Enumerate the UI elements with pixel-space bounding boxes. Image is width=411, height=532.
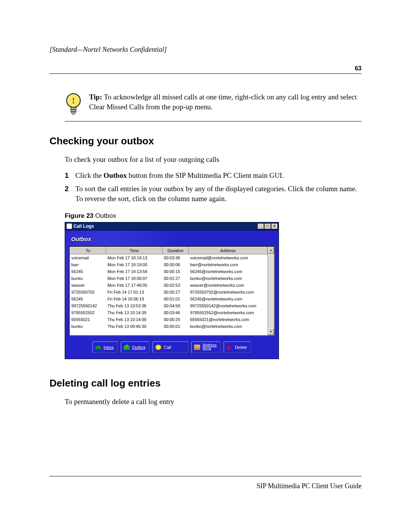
table-row[interactable]: 56245Mon Feb 17 18:13:5800:00:1556245@no… xyxy=(70,268,268,275)
table-row[interactable]: 9725550702Fri Feb 14 17:01:1300:05:27972… xyxy=(70,289,268,296)
cell-to: bunko xyxy=(70,323,106,330)
cell-to: 65555021 xyxy=(70,316,106,323)
cell-time: Thu Feb 13 10:53:36 xyxy=(106,302,162,309)
cell-to: voicemail xyxy=(70,254,106,261)
tip-block: ! Tip: To acknowledge all missed calls a… xyxy=(65,92,362,121)
cell-duration: 00:05:01 xyxy=(162,323,189,330)
tip-text: Tip: To acknowledge all missed calls at … xyxy=(89,92,362,112)
table-row[interactable]: bunkoMon Feb 17 18:06:0700:01:27bunko@no… xyxy=(70,275,268,282)
scrollbar[interactable]: ▴ ▾ xyxy=(268,247,274,335)
cell-time: Fri Feb 14 17:01:13 xyxy=(106,289,162,296)
figure-label: Figure 23 xyxy=(65,212,94,219)
cell-address: voicemail@nortelnetworks.com xyxy=(189,254,268,261)
cell-address: 56245@nortelnetworks.com xyxy=(189,268,268,275)
scroll-down-icon[interactable]: ▾ xyxy=(268,328,274,335)
table-row[interactable]: 56245Fri Feb 14 16:06:1900:01:0156245@no… xyxy=(70,296,268,302)
svg-rect-2 xyxy=(71,107,76,109)
cell-time: Fri Feb 14 16:06:19 xyxy=(106,296,162,302)
step-1: 1 Click the Outbox button from the SIP M… xyxy=(65,171,362,181)
cell-time: Mon Feb 17 18:13:58 xyxy=(106,268,162,275)
cell-time: Mon Feb 17 18:06:07 xyxy=(106,275,162,282)
inbox-button[interactable]: Inbox xyxy=(92,341,118,353)
maximize-button[interactable]: □ xyxy=(264,223,271,229)
heading-deleting: Deleting call log entries xyxy=(49,377,362,389)
table-row[interactable]: 99725550142Thu Feb 13 10:53:3600:04:5899… xyxy=(70,302,268,309)
col-address[interactable]: Address xyxy=(189,247,268,254)
cell-address: 65555021@nortelnetworks.com xyxy=(189,316,268,323)
step-number: 1 xyxy=(65,171,75,181)
addressbook-icon xyxy=(194,345,200,350)
heading-checking-outbox: Checking your outbox xyxy=(49,135,362,147)
cell-address: weaver@nortelnetworks.com xyxy=(189,282,268,289)
cell-time: Thu Feb 13 10:14:39 xyxy=(106,309,162,316)
cell-duration: 00:00:06 xyxy=(162,261,189,268)
cell-duration: 00:03:36 xyxy=(162,254,189,261)
button-label: Delete xyxy=(235,345,247,350)
figure-name: Outbox xyxy=(94,212,116,219)
col-duration[interactable]: Duration xyxy=(162,247,189,254)
titlebar[interactable]: Call Logs _ □ × xyxy=(65,222,279,230)
cell-to: bunko xyxy=(70,275,106,282)
cell-duration: 00:05:27 xyxy=(162,289,189,296)
cell-address: bunko@nortelnetworks.com xyxy=(189,323,268,330)
step-text: Click the xyxy=(75,171,104,179)
step-number: 2 xyxy=(65,184,75,203)
table-row[interactable]: barrMon Feb 17 18:18:0000:00:06barr@nort… xyxy=(70,261,268,268)
step-text: button from the SIP Multimedia PC Client… xyxy=(127,171,284,179)
minimize-button[interactable]: _ xyxy=(257,223,264,229)
table-row[interactable]: bunkoThu Feb 13 09:45:3000:05:01bunko@no… xyxy=(70,323,268,330)
scroll-up-icon[interactable]: ▴ xyxy=(268,247,274,254)
table-row[interactable]: weaverMon Feb 17 17:46:0500:02:53weaver@… xyxy=(70,282,268,289)
table-row[interactable]: 9785552552Thu Feb 13 10:14:3900:03:46978… xyxy=(70,309,268,316)
close-button[interactable]: × xyxy=(271,223,278,229)
col-to[interactable]: To xyxy=(70,247,106,254)
inbox-icon xyxy=(95,345,101,350)
tip-body: To acknowledge all missed calls at one t… xyxy=(89,93,357,111)
logs-table[interactable]: To Time Duration Address voicemailMon Fe… xyxy=(70,247,268,330)
cell-duration: 00:01:27 xyxy=(162,275,189,282)
footer-rule xyxy=(49,476,362,476)
deleting-intro: To permanently delete a call log entry xyxy=(65,397,362,407)
delete-button[interactable]: ✖ Delete xyxy=(223,341,252,353)
window-title: Call Logs xyxy=(73,224,94,229)
scroll-track[interactable] xyxy=(268,254,274,328)
cell-time: Thu Feb 13 09:45:30 xyxy=(106,323,162,330)
table-row[interactable]: voicemailMon Feb 17 18:18:1300:03:36voic… xyxy=(70,254,268,261)
delete-icon: ✖ xyxy=(226,345,233,350)
cell-time: Mon Feb 17 18:18:13 xyxy=(106,254,162,261)
cell-to: 56245 xyxy=(70,296,106,302)
svg-text:!: ! xyxy=(72,96,75,105)
footer-text: SIP Multimedia PC Client User Guide xyxy=(256,482,362,490)
figure-caption: Figure 23 Outbox xyxy=(65,212,362,220)
cell-duration: 00:04:58 xyxy=(162,302,189,309)
table-row[interactable]: 65555021Thu Feb 13 10:14:0000:00:2565555… xyxy=(70,316,268,323)
button-label: Call xyxy=(164,345,171,350)
cell-to: 99725550142 xyxy=(70,302,106,309)
step-2: 2 To sort the call entries in your outbo… xyxy=(65,184,362,203)
toolbar: Inbox Outbox Call Address Book xyxy=(69,341,275,353)
addressbook-button[interactable]: Address Book xyxy=(191,341,221,353)
cell-time: Mon Feb 17 17:46:05 xyxy=(106,282,162,289)
col-time[interactable]: Time xyxy=(106,247,162,254)
cell-duration: 00:02:53 xyxy=(162,282,189,289)
lightbulb-icon: ! xyxy=(65,92,82,115)
cell-address: 56245@nortelnetworks.com xyxy=(189,296,268,302)
cell-duration: 00:03:46 xyxy=(162,309,189,316)
cell-address: bunko@nortelnetworks.com xyxy=(189,275,268,282)
cell-address: 9785552552@nortelnetworks.com xyxy=(189,309,268,316)
outbox-icon xyxy=(124,345,130,350)
outbox-button[interactable]: Outbox xyxy=(121,341,150,353)
svg-rect-3 xyxy=(71,110,76,112)
page-number: 63 xyxy=(49,65,362,72)
cell-duration: 00:00:25 xyxy=(162,316,189,323)
step-text: To sort the call entries in your outbox … xyxy=(75,184,362,203)
cell-duration: 00:00:15 xyxy=(162,268,189,275)
outbox-label: Outbox xyxy=(71,236,275,242)
outbox-intro: To check your outbox for a list of your … xyxy=(65,155,362,165)
call-button[interactable]: Call xyxy=(152,341,189,353)
cell-address: 9725550702@nortelnetworks.com xyxy=(189,289,268,296)
tip-label: Tip: xyxy=(89,93,102,101)
button-label-line2: Book xyxy=(202,347,211,351)
calllogs-window: Call Logs _ □ × Outbox To Time Durat xyxy=(65,222,279,359)
header-rule xyxy=(49,73,362,74)
